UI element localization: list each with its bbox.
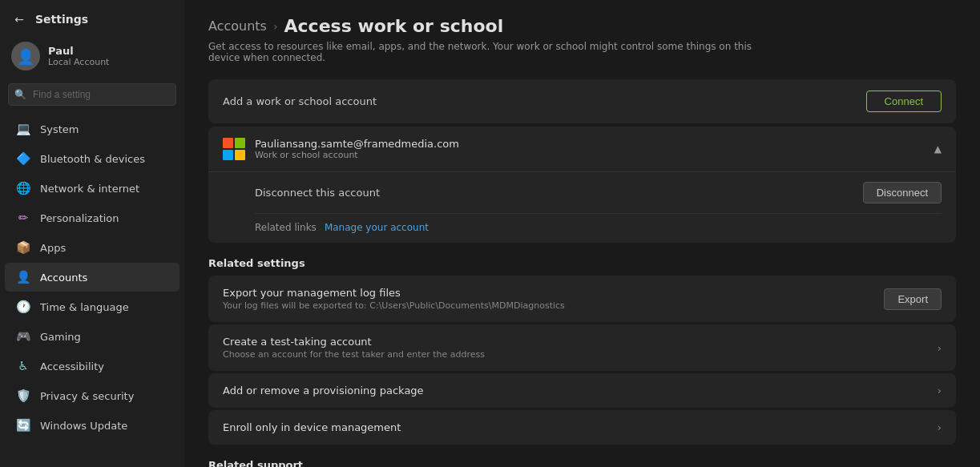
search-icon: 🔍 [14, 89, 26, 100]
user-section: 👤 Paul Local Account [0, 35, 184, 80]
setting-row-test-taking[interactable]: Create a test-taking account Choose an a… [208, 324, 956, 371]
sidebar-item-accessibility[interactable]: ♿ Accessibility [5, 352, 179, 380]
setting-name-export-logs: Export your management log files [223, 287, 565, 299]
add-account-card: Add a work or school account Connect [208, 79, 956, 123]
user-name: Paul [48, 45, 109, 57]
sidebar-item-time[interactable]: 🕐 Time & language [5, 292, 179, 321]
network-icon: 🌐 [16, 181, 30, 195]
chevron-up-icon: ▲ [934, 143, 942, 155]
main-content: Accounts › Access work or school Get acc… [184, 0, 980, 467]
sidebar-label-system: System [40, 123, 79, 135]
sidebar-item-system[interactable]: 💻 System [5, 115, 179, 143]
setting-name-provisioning: Add or remove a provisioning package [223, 384, 424, 397]
disconnect-button[interactable]: Disconnect [863, 182, 942, 203]
setting-desc-export-logs: Your log files will be exported to: C:\U… [223, 300, 565, 311]
setting-name-test-taking: Create a test-taking account [223, 336, 485, 348]
sidebar: ← Settings 👤 Paul Local Account 🔍 💻 Syst… [0, 0, 184, 467]
sidebar-label-accounts: Accounts [40, 272, 87, 284]
sidebar-label-bluetooth: Bluetooth & devices [40, 153, 145, 165]
sidebar-item-personalization[interactable]: ✏️ Personalization [5, 203, 179, 232]
personalization-icon: ✏️ [16, 211, 30, 225]
bluetooth-icon: 🔷 [16, 151, 30, 166]
setting-name-device-mgmt: Enroll only in device management [223, 421, 401, 433]
setting-row-export-logs[interactable]: Export your management log files Your lo… [208, 276, 956, 322]
microsoft-logo [223, 138, 245, 160]
sidebar-item-accounts[interactable]: 👤 Accounts [5, 263, 179, 292]
user-type: Local Account [48, 57, 109, 67]
setting-desc-test-taking: Choose an account for the test taker and… [223, 349, 485, 360]
privacy-icon: 🛡️ [16, 388, 30, 403]
sidebar-item-apps[interactable]: 📦 Apps [5, 233, 179, 262]
sidebar-label-network: Network & internet [40, 183, 139, 195]
page-description: Get access to resources like email, apps… [208, 41, 769, 63]
sidebar-label-accessibility: Accessibility [40, 360, 104, 372]
sidebar-label-time: Time & language [40, 301, 129, 313]
account-email: Pauliansang.samte@framedmedia.com [255, 138, 459, 150]
sidebar-label-personalization: Personalization [40, 212, 119, 224]
accounts-icon: 👤 [16, 270, 30, 284]
avatar: 👤 [11, 42, 40, 70]
search-input[interactable] [8, 83, 176, 106]
related-support-title: Related support [208, 459, 956, 467]
app-title: Settings [35, 13, 88, 26]
sidebar-item-network[interactable]: 🌐 Network & internet [5, 174, 179, 203]
page-title: Access work or school [284, 16, 504, 36]
sidebar-label-gaming: Gaming [40, 331, 81, 343]
connect-button[interactable]: Connect [866, 91, 942, 112]
disconnect-label: Disconnect this account [255, 187, 380, 199]
sidebar-item-gaming[interactable]: 🎮 Gaming [5, 322, 179, 351]
account-type: Work or school account [255, 150, 459, 160]
title-bar: ← Settings [0, 0, 184, 35]
gaming-icon: 🎮 [16, 329, 30, 344]
search-box: 🔍 [8, 83, 176, 106]
apps-icon: 📦 [16, 240, 30, 255]
export-button[interactable]: Export [884, 288, 942, 310]
manage-account-link[interactable]: Manage your account [325, 222, 429, 233]
work-account-card: Pauliansang.samte@framedmedia.com Work o… [208, 127, 956, 243]
sidebar-label-update: Windows Update [40, 420, 127, 432]
settings-list: Export your management log files Your lo… [208, 276, 956, 445]
system-icon: 💻 [16, 122, 30, 136]
breadcrumb-parent[interactable]: Accounts [208, 18, 267, 34]
add-account-label: Add a work or school account [223, 95, 377, 107]
time-icon: 🕐 [16, 300, 30, 314]
breadcrumb-separator: › [273, 20, 278, 33]
chevron-right-icon: › [938, 342, 942, 354]
chevron-right-icon: › [938, 421, 942, 433]
account-expanded-section: Disconnect this account Disconnect Relat… [208, 171, 956, 243]
setting-row-device-mgmt[interactable]: Enroll only in device management › [208, 410, 956, 445]
nav-list: 💻 System 🔷 Bluetooth & devices 🌐 Network… [0, 114, 184, 441]
sidebar-label-apps: Apps [40, 242, 66, 254]
back-button[interactable]: ← [11, 11, 27, 27]
related-settings-title: Related settings [208, 257, 956, 269]
breadcrumb: Accounts › Access work or school [208, 16, 956, 36]
related-links-row: Related links Manage your account [255, 213, 942, 233]
chevron-right-icon: › [938, 384, 942, 397]
sidebar-item-bluetooth[interactable]: 🔷 Bluetooth & devices [5, 144, 179, 173]
related-links-label: Related links [255, 222, 317, 233]
account-header[interactable]: Pauliansang.samte@framedmedia.com Work o… [208, 127, 956, 171]
update-icon: 🔄 [16, 418, 30, 433]
sidebar-label-privacy: Privacy & security [40, 390, 134, 402]
setting-row-provisioning[interactable]: Add or remove a provisioning package › [208, 373, 956, 408]
accessibility-icon: ♿ [16, 359, 30, 373]
sidebar-item-privacy[interactable]: 🛡️ Privacy & security [5, 381, 179, 410]
sidebar-item-update[interactable]: 🔄 Windows Update [5, 411, 179, 440]
